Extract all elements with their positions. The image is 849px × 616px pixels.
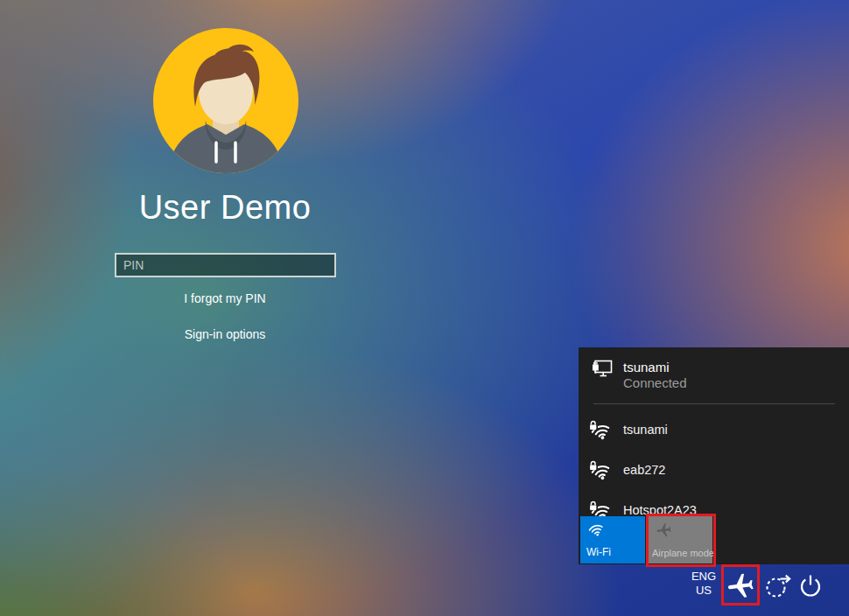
wifi-toggle-label: Wi-Fi [586,546,611,558]
user-avatar [153,28,298,173]
airplane-icon [724,569,757,602]
connected-network-status: Connected [623,375,687,390]
ease-of-access-button[interactable] [763,570,793,600]
airplane-icon [655,521,673,539]
airplane-mode-toggle-label: Airplane mode [652,548,714,558]
airplane-mode-toggle-button[interactable]: Airplane mode [649,516,712,564]
flyout-divider [593,403,835,404]
connected-network-name: tsunami [623,360,670,374]
language-region: US [688,584,719,598]
wifi-network-row[interactable]: eab272 [579,450,849,490]
wifi-icon [587,522,605,536]
wifi-network-name: tsunami [623,423,668,437]
forgot-pin-link[interactable]: I forgot my PIN [32,291,417,305]
airplane-mode-tray-button[interactable] [726,570,755,600]
username-label: User Demo [32,189,417,227]
pin-input[interactable] [115,253,336,277]
wifi-toggle-button[interactable]: Wi-Fi [580,516,645,564]
ease-of-access-icon [763,570,793,600]
connected-network-row[interactable]: tsunami Connected [579,353,849,398]
language-indicator[interactable]: ENG US [688,570,719,598]
signin-options-link[interactable]: Sign-in options [32,327,417,341]
wifi-secured-icon [588,457,614,483]
network-flyout: tsunami Connected tsunami [579,347,849,564]
wifi-network-row[interactable]: tsunami [579,410,849,450]
ethernet-icon [591,357,614,381]
wifi-network-name: Hotspot2A23 [623,503,697,517]
avatar-illustration-icon [153,28,298,173]
language-code: ENG [688,570,719,584]
wifi-secured-icon [588,416,614,443]
wifi-network-name: eab272 [623,463,665,477]
power-button[interactable] [796,570,825,600]
power-icon [796,570,825,600]
